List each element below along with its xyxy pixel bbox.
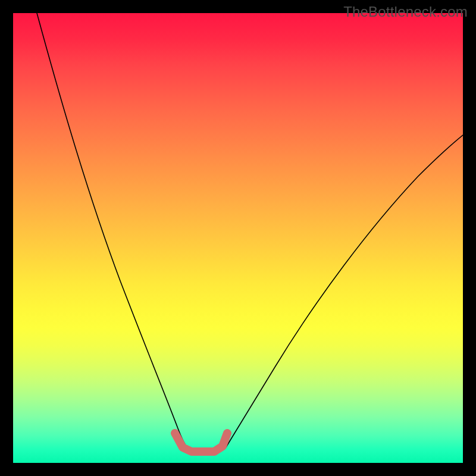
watermark-text: TheBottleneck.com xyxy=(343,4,468,20)
plot-area xyxy=(13,13,463,463)
right-curve xyxy=(226,135,463,448)
plot-svg xyxy=(13,13,463,463)
valley-highlight xyxy=(175,433,227,452)
left-curve xyxy=(37,13,187,448)
chart-frame: TheBottleneck.com xyxy=(0,0,476,476)
